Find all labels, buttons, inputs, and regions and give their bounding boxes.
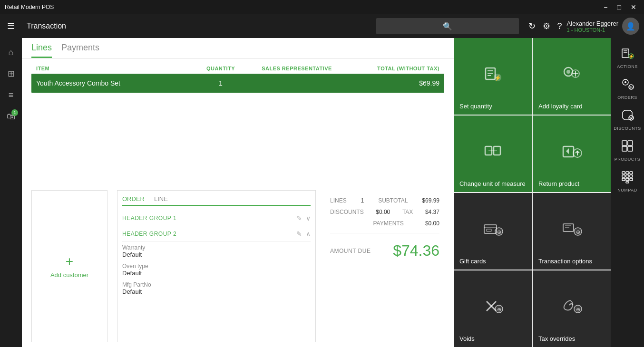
actions-icon: ⚡ bbox=[621, 47, 634, 63]
lines-value: 1 bbox=[361, 197, 364, 204]
table-row[interactable]: Youth Accessory Combo Set 1 $69.99 bbox=[31, 74, 444, 93]
set-quantity-icon: ⚡ bbox=[483, 64, 502, 83]
orders-label: ORDERS bbox=[617, 95, 637, 100]
settings-icon[interactable]: ⚙ bbox=[543, 21, 550, 31]
amount-due-label: AMOUNT DUE bbox=[330, 248, 371, 254]
payments-label: PAYMENTS bbox=[373, 220, 403, 227]
order-tabs: ORDER LINE bbox=[122, 195, 311, 206]
refresh-icon[interactable]: ↻ bbox=[528, 21, 536, 31]
minimize-button[interactable]: − bbox=[601, 2, 610, 12]
expand-icon-1[interactable]: ∨ bbox=[306, 214, 311, 222]
transaction-options-tile[interactable]: ⊕ Transaction options bbox=[533, 193, 611, 270]
svg-marker-15 bbox=[566, 148, 569, 154]
hamburger-menu[interactable]: ☰ bbox=[5, 19, 17, 34]
table-header: ITEM QUANTITY SALES REPRESENTATIVE TOTAL… bbox=[31, 63, 444, 74]
nav-orders[interactable]: % ORDERS bbox=[611, 74, 644, 104]
return-product-icon bbox=[561, 142, 583, 161]
svg-rect-56 bbox=[626, 178, 629, 181]
products-label: PRODUCTS bbox=[615, 157, 641, 162]
tab-payments[interactable]: Payments bbox=[61, 43, 99, 58]
voids-tile[interactable]: ⊕ Voids bbox=[454, 270, 532, 347]
title-bar: Retail Modern POS − □ ✕ bbox=[0, 0, 644, 14]
change-unit-tile[interactable]: Change unit of measure bbox=[454, 116, 532, 192]
svg-rect-48 bbox=[628, 146, 633, 151]
change-unit-label: Change unit of measure bbox=[459, 180, 526, 187]
tax-value: $4.37 bbox=[425, 209, 439, 215]
mfg-partno-value: Default bbox=[122, 288, 311, 295]
nav-products[interactable]: PRODUCTS bbox=[611, 135, 644, 165]
svg-text:⚡: ⚡ bbox=[494, 74, 501, 81]
search-bar[interactable]: 🔍 bbox=[376, 18, 519, 34]
order-tab-line[interactable]: LINE bbox=[154, 195, 168, 202]
svg-text:⊕: ⊕ bbox=[576, 307, 580, 312]
tax-overrides-tile[interactable]: ⊕ Tax overrides bbox=[533, 270, 611, 347]
user-location: 1 - HOUSTON-1 bbox=[567, 27, 618, 33]
svg-rect-58 bbox=[626, 182, 629, 183]
user-details: Alexander Eggerer 1 - HOUSTON-1 bbox=[567, 20, 618, 33]
svg-rect-53 bbox=[626, 175, 629, 177]
gift-cards-tile[interactable]: ⊕ Gift cards bbox=[454, 193, 532, 270]
bag-badge: 1 bbox=[11, 109, 18, 116]
voids-icon: ⊕ bbox=[482, 297, 504, 316]
return-product-label: Return product bbox=[538, 180, 579, 187]
numpad-label: NUMPAD bbox=[617, 188, 637, 193]
amount-due-row: AMOUNT DUE $74.36 bbox=[330, 237, 439, 260]
nav-numpad[interactable]: NUMPAD bbox=[611, 166, 644, 196]
row-sales-rep bbox=[249, 79, 344, 87]
col-quantity: QUANTITY bbox=[192, 66, 249, 71]
set-quantity-tile[interactable]: ⚡ Set quantity bbox=[454, 38, 532, 115]
oven-type-label: Oven type bbox=[122, 263, 311, 270]
title-bar-controls: − □ ✕ bbox=[601, 2, 639, 12]
lines-label: LINES bbox=[330, 197, 347, 204]
order-panel: ORDER LINE HEADER GROUP 1 ✎ ∨ HEADER GRO… bbox=[117, 190, 316, 342]
collapse-icon-2[interactable]: ∧ bbox=[306, 230, 311, 238]
add-loyalty-card-tile[interactable]: Add loyalty card bbox=[533, 38, 611, 115]
sidebar-bag[interactable]: 🛍 1 bbox=[1, 107, 20, 126]
nav-discounts[interactable]: % DISCOUNTS bbox=[611, 105, 644, 135]
svg-rect-49 bbox=[622, 172, 625, 174]
discounts-icon: % bbox=[621, 108, 634, 125]
mfg-partno-field: Mfg PartNo Default bbox=[122, 279, 311, 298]
edit-icon-2[interactable]: ✎ bbox=[296, 230, 302, 238]
orders-icon: % bbox=[621, 77, 634, 94]
svg-rect-50 bbox=[626, 172, 629, 174]
sidebar-grid[interactable]: ⊞ bbox=[1, 64, 20, 83]
payments-row: PAYMENTS $0.00 bbox=[330, 218, 439, 229]
order-tab-order[interactable]: ORDER bbox=[122, 195, 145, 206]
nav-actions[interactable]: ⚡ ACTIONS bbox=[611, 43, 644, 73]
tab-lines[interactable]: Lines bbox=[31, 43, 52, 58]
row-total: $69.99 bbox=[344, 79, 439, 87]
svg-text:⊕: ⊕ bbox=[576, 229, 580, 235]
svg-text:⚡: ⚡ bbox=[628, 53, 634, 59]
sidebar-home[interactable]: ⌂ bbox=[1, 43, 20, 62]
close-button[interactable]: ✕ bbox=[628, 2, 639, 12]
col-total: TOTAL (WITHOUT TAX) bbox=[344, 66, 439, 71]
tab-bar: Lines Payments bbox=[22, 38, 454, 58]
gift-cards-label: Gift cards bbox=[459, 258, 486, 265]
return-product-tile[interactable]: Return product bbox=[533, 116, 611, 192]
svg-text:%: % bbox=[629, 116, 633, 121]
gift-cards-icon: ⊕ bbox=[482, 219, 504, 238]
far-right-nav: ⚡ ACTIONS % ORDERS % bbox=[611, 38, 644, 347]
add-loyalty-card-icon bbox=[561, 64, 582, 83]
discounts-label: DISCOUNTS bbox=[330, 209, 364, 215]
customer-section[interactable]: + Add customer bbox=[31, 190, 107, 342]
header-group-2-name: HEADER GROUP 2 bbox=[122, 231, 176, 237]
row-quantity: 1 bbox=[192, 79, 249, 87]
row-item-name: Youth Accessory Combo Set bbox=[36, 79, 192, 87]
edit-icon-1[interactable]: ✎ bbox=[296, 214, 302, 222]
amount-due-value: $74.36 bbox=[393, 242, 439, 260]
bottom-panel: + Add customer ORDER LINE HEADER GROUP 1… bbox=[22, 185, 454, 347]
products-icon bbox=[621, 139, 634, 155]
transaction-options-icon: ⊕ bbox=[561, 219, 583, 238]
header-group-1-icons: ✎ ∨ bbox=[296, 214, 311, 222]
left-sidebar: ⌂ ⊞ ≡ 🛍 1 bbox=[0, 38, 22, 347]
svg-point-7 bbox=[566, 70, 570, 74]
discounts-label: DISCOUNTS bbox=[614, 126, 641, 131]
maximize-button[interactable]: □ bbox=[615, 2, 624, 12]
help-icon[interactable]: ? bbox=[557, 21, 562, 31]
svg-rect-46 bbox=[628, 141, 633, 145]
subtotal-value: $69.99 bbox=[422, 197, 439, 204]
add-customer-label: Add customer bbox=[50, 271, 88, 279]
sidebar-menu[interactable]: ≡ bbox=[1, 86, 20, 105]
